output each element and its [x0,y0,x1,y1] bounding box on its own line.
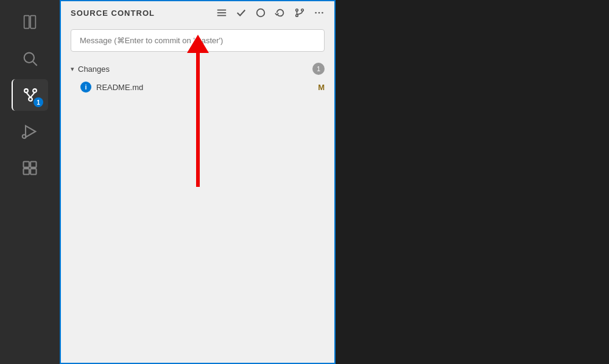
svg-rect-1 [30,16,35,29]
commit-icon[interactable] [236,7,247,18]
svg-rect-15 [217,10,226,11]
file-info-icon: i [80,82,91,93]
file-item[interactable]: i README.md M [61,79,334,96]
svg-point-2 [24,53,34,63]
sidebar-item-search[interactable] [12,43,48,74]
list-icon[interactable] [216,7,227,18]
svg-point-6 [29,97,32,101]
svg-point-25 [322,12,323,14]
file-status: M [318,83,325,92]
svg-point-24 [319,12,320,14]
svg-marker-9 [26,126,35,138]
panel-header: SOURCE CONTROL [61,1,334,24]
sidebar-item-explorer[interactable] [12,6,48,38]
changes-header[interactable]: ▾ Changes 1 [61,59,334,79]
svg-point-4 [24,89,28,93]
svg-rect-12 [30,162,36,167]
chevron-icon: ▾ [71,65,74,73]
svg-rect-0 [24,16,29,29]
svg-point-5 [33,89,37,93]
svg-rect-14 [30,169,36,174]
svg-line-3 [33,61,37,65]
changes-section: ▾ Changes 1 i README.md M [61,57,334,98]
sidebar-item-extensions[interactable] [12,152,48,184]
svg-line-8 [30,93,35,97]
panel-title: SOURCE CONTROL [71,9,206,18]
svg-point-19 [296,9,298,12]
message-input-container [61,24,334,57]
branch-icon[interactable] [294,7,305,18]
sidebar-item-debug[interactable] [12,116,48,147]
editor-area [336,0,609,364]
source-control-panel: SOURCE CONTROL [60,0,336,364]
activity-bar: 1 [0,0,60,364]
svg-point-18 [257,9,265,17]
more-icon[interactable] [314,7,325,18]
source-control-badge: 1 [33,97,43,107]
changes-count-badge: 1 [312,63,325,75]
circle-icon[interactable] [255,7,266,18]
svg-rect-16 [217,12,226,13]
svg-rect-13 [24,169,29,174]
svg-line-7 [26,93,30,97]
svg-point-10 [23,135,26,138]
svg-rect-17 [217,15,226,16]
sidebar-item-source-control[interactable]: 1 [12,79,48,111]
svg-rect-11 [24,162,29,167]
changes-label: Changes [78,65,309,74]
refresh-icon[interactable] [275,7,286,18]
file-name: README.md [96,83,313,92]
commit-message-input[interactable] [71,29,325,52]
svg-point-23 [315,12,317,14]
svg-point-20 [301,9,304,12]
header-icons [216,7,325,18]
